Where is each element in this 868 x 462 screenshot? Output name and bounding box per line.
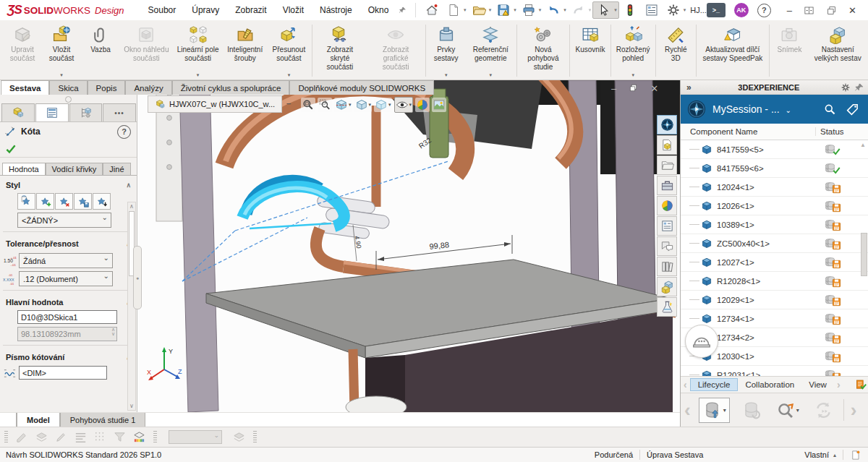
component-row[interactable]: 10389<1> xyxy=(681,215,868,234)
display-style-button[interactable]: ▾ xyxy=(374,98,392,112)
tab-sestava[interactable]: Sestava xyxy=(1,80,49,95)
tab-popis[interactable]: Popis xyxy=(88,80,126,95)
3dexperience-launcher-icon[interactable]: >_ xyxy=(707,3,726,17)
session-chevron-icon[interactable]: ⌄ xyxy=(786,106,791,114)
component-row[interactable]: 12026<1> xyxy=(681,197,868,215)
document-abbrev[interactable]: HJ... xyxy=(690,6,707,14)
chevron-down-icon[interactable]: ▾ xyxy=(445,72,448,79)
menu-soubor[interactable]: Soubor xyxy=(140,5,184,15)
star-add-button[interactable] xyxy=(36,193,54,210)
component-row[interactable]: 8417559<6> xyxy=(681,159,868,178)
select-cursor-button[interactable]: ▾ xyxy=(592,1,619,19)
tolerance-section-header[interactable]: Tolerance/přesnost∧ xyxy=(0,236,137,250)
tabs-scroll-left-icon[interactable]: ‹ xyxy=(684,379,687,390)
chevron-down-icon[interactable]: ▾ xyxy=(197,72,200,79)
ribbon-vazba[interactable]: Vazba xyxy=(81,22,120,80)
tabs-scroll-right-icon[interactable]: › xyxy=(837,379,841,390)
save-button[interactable]: ▾ xyxy=(493,2,518,18)
style-select[interactable]: <ŽÁDNÝ> xyxy=(17,213,111,228)
menu-nástroje[interactable]: Nástroje xyxy=(312,5,360,15)
toolbox-tab[interactable] xyxy=(657,176,677,195)
precision-select[interactable]: .12 (Dokument) xyxy=(19,271,113,286)
custom-props-tab[interactable] xyxy=(657,216,677,236)
component-row[interactable]: ZC500x40<1> xyxy=(681,234,868,253)
panel-splitter-handle[interactable]: ● xyxy=(133,246,142,309)
doc-close-icon[interactable]: ✕ xyxy=(650,83,658,94)
pm-tab-2[interactable] xyxy=(69,103,103,121)
ribbon-prvky-sestavy[interactable]: Prvky sestavy▾ xyxy=(427,22,466,80)
undo-button[interactable]: ▾ xyxy=(542,2,568,18)
ribbon-vlo-it-sou-st[interactable]: Vložit součást▾ xyxy=(42,22,81,80)
ribbon-line-rn-pole-sou-sti[interactable]: Lineární pole součásti▾ xyxy=(173,22,224,80)
toolbar-scroll-right-icon[interactable]: › xyxy=(851,399,857,422)
assistant-helmet-icon[interactable] xyxy=(685,325,718,358)
scene-button[interactable] xyxy=(432,98,446,112)
component-row[interactable]: 8417559<5> xyxy=(681,140,868,159)
new-doc-button[interactable]: ▾ xyxy=(443,2,468,18)
redo-button[interactable]: ▾ xyxy=(568,2,593,18)
star-new-button[interactable] xyxy=(17,193,35,210)
sw-resources-tab[interactable] xyxy=(657,135,677,155)
chevron-down-icon[interactable]: ▾ xyxy=(288,72,291,79)
star-load-button[interactable] xyxy=(93,193,111,210)
menu-zobrazit[interactable]: Zobrazit xyxy=(227,5,274,15)
ribbon-aktualizovat-d-l-sestavy-speedpak[interactable]: Aktualizovat dílčí sestavy SpeedPak xyxy=(697,22,768,80)
chevron-down-icon[interactable]: ▾ xyxy=(349,102,352,108)
tag-icon[interactable] xyxy=(846,103,859,116)
chevron-down-icon[interactable]: ▾ xyxy=(796,407,799,414)
style-section-header[interactable]: Styl∧ xyxy=(0,177,137,192)
compass-tab[interactable] xyxy=(657,115,677,134)
ribbon-nov-pohybov-studie[interactable]: Nová pohybová studie xyxy=(518,22,569,80)
doc-props-button[interactable] xyxy=(641,2,663,18)
compass-icon[interactable] xyxy=(686,99,707,119)
flask-tab[interactable] xyxy=(657,297,677,317)
primary-value-section-header[interactable]: Hlavní hodnota∧ xyxy=(0,294,137,309)
print-button[interactable]: ▾ xyxy=(518,2,543,18)
component-row[interactable]: R12028<1> xyxy=(681,272,868,291)
ok-check-icon[interactable] xyxy=(5,143,17,155)
view-orientation-button[interactable]: ▾ xyxy=(354,98,373,112)
appearance-ball-button[interactable] xyxy=(415,98,430,112)
chevron-down-icon[interactable]: ▾ xyxy=(464,7,467,13)
session-label[interactable]: MySession - ... xyxy=(712,103,780,115)
dimension-value-spinner[interactable]: 98.13108923mm ∧∨ xyxy=(17,327,117,341)
configuration-label[interactable]: Vlastní xyxy=(804,450,829,459)
sheet-alert-icon[interactable] xyxy=(850,450,861,461)
tab-lifecycle[interactable]: Lifecycle xyxy=(690,378,739,391)
chevron-down-icon[interactable]: ▾ xyxy=(631,72,634,79)
dimension-text-section-header[interactable]: Písmo kótování∧ xyxy=(0,349,137,364)
pm-tab-0[interactable] xyxy=(1,103,35,121)
panel-pin-icon[interactable] xyxy=(854,82,864,93)
column-component-name[interactable]: Component Name xyxy=(681,127,815,136)
ribbon-p-esunout-sou-st[interactable]: Přesunout součást▾ xyxy=(267,22,311,80)
dimension-name-input[interactable]: D10@3DSkica1 xyxy=(17,310,117,324)
tab-collaboration[interactable]: Collaboration xyxy=(738,379,801,390)
chevron-down-icon[interactable]: ▾ xyxy=(489,7,492,13)
zoom-area-button[interactable] xyxy=(318,98,332,112)
forum-tab[interactable] xyxy=(657,236,677,256)
pm-tab-3[interactable]: ••• xyxy=(103,103,136,121)
ribbon-inteligentn-rouby[interactable]: Inteligentní šrouby xyxy=(224,22,267,80)
chevron-down-icon[interactable]: ▾ xyxy=(409,102,412,108)
value-tab-vod-c-k-ivky[interactable]: Vodící křivky xyxy=(46,163,103,175)
value-tab-hodnota[interactable]: Hodnota xyxy=(2,163,46,175)
close-icon[interactable]: ✕ xyxy=(848,6,856,15)
help-icon[interactable]: ? xyxy=(757,4,771,17)
column-status[interactable]: Status xyxy=(815,127,868,136)
ribbon-rozlo-en-pohled[interactable]: Rozložený pohled▾ xyxy=(612,22,655,80)
appearance-ball-tab[interactable] xyxy=(657,196,677,215)
ribbon-zobrazit-skryt-sou-sti[interactable]: Zobrazit skryté součásti xyxy=(313,22,367,80)
graphics-area[interactable]: 99,88 R32 4.90 HJWX07C_w (HJWX10C_w... –… xyxy=(137,80,680,412)
tab-minimize-icon[interactable]: – xyxy=(286,99,291,108)
chevron-down-icon[interactable]: ▾ xyxy=(539,7,542,13)
gear-button[interactable]: ▾ xyxy=(663,2,688,18)
doc-restore-icon[interactable] xyxy=(629,83,638,93)
component-row[interactable]: 12027<1> xyxy=(681,253,868,272)
component-row[interactable]: R12031<1> xyxy=(681,366,868,376)
chevron-down-icon[interactable]: ▾ xyxy=(589,7,592,13)
panel-gear-icon[interactable] xyxy=(841,82,851,93)
library-tab[interactable] xyxy=(657,257,677,276)
component-row[interactable]: 12024<1> xyxy=(681,178,868,197)
star-del-button[interactable] xyxy=(55,193,73,210)
tolerance-select[interactable]: Žádná xyxy=(19,253,113,268)
